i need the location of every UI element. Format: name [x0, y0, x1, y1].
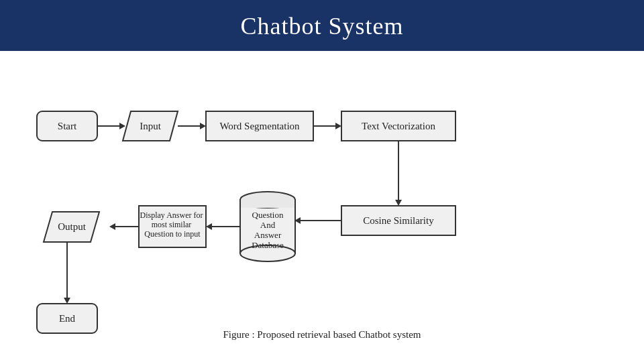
start-label: Start — [58, 121, 77, 131]
word-seg-label: Word Segmentation — [219, 121, 300, 131]
header-title: Chatbot System — [240, 13, 403, 40]
svg-marker-8 — [335, 123, 341, 129]
cosine-label: Cosine Similarity — [363, 215, 434, 226]
qa-db-label3: Answer — [254, 230, 282, 240]
svg-marker-23 — [109, 223, 115, 230]
diagram-area: Start Input Word Segmentation Text Vecto… — [0, 51, 644, 353]
input-label: Input — [140, 121, 161, 131]
svg-marker-2 — [119, 123, 125, 129]
qa-db-label4: Database — [252, 240, 284, 250]
qa-db-label2: And — [260, 220, 276, 230]
diagram-svg: Start Input Word Segmentation Text Vecto… — [0, 51, 644, 346]
svg-marker-20 — [206, 223, 212, 230]
end-label: End — [59, 313, 76, 324]
header: Chatbot System — [0, 0, 644, 51]
output-label: Output — [58, 221, 87, 232]
svg-marker-5 — [200, 123, 206, 129]
svg-marker-26 — [64, 298, 70, 304]
svg-marker-11 — [395, 200, 402, 206]
svg-rect-18 — [241, 200, 294, 208]
qa-db-label1: Question — [252, 210, 284, 220]
figure-caption: Figure : Proposed retrieval based Chatbo… — [0, 329, 644, 341]
text-vec-label: Text Vectorization — [362, 121, 435, 131]
